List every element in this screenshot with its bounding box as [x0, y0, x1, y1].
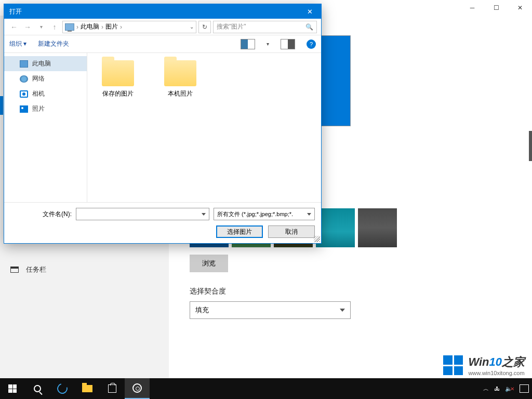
maximize-button[interactable]: ☐ [484, 0, 508, 16]
tree-label: 此电脑 [32, 59, 51, 68]
view-toggle[interactable] [241, 39, 255, 49]
notifications-icon[interactable] [520, 384, 529, 393]
folder-icon [164, 60, 196, 86]
network-icon [20, 75, 28, 83]
crumb-pictures[interactable]: 图片 [105, 22, 118, 31]
nav-accent [0, 96, 3, 115]
tree-label: 相机 [32, 89, 45, 98]
tray-chevron-icon[interactable]: ︿ [483, 385, 489, 393]
side-tab [529, 131, 532, 161]
gear-icon [132, 383, 142, 393]
refresh-button[interactable]: ↻ [198, 21, 211, 33]
tree-label: 照片 [32, 104, 45, 113]
toolbar-newfolder[interactable]: 新建文件夹 [38, 39, 69, 48]
cancel-button[interactable]: 取消 [268, 225, 315, 238]
tree-photos[interactable]: 照片 [4, 101, 87, 116]
network-icon[interactable]: 🖧 [494, 385, 500, 392]
taskbar-icon [10, 267, 19, 273]
fit-select[interactable]: 填充 [190, 301, 351, 319]
folder-label: 保存的图片 [102, 89, 134, 98]
pc-icon [65, 23, 74, 31]
volume-icon[interactable]: 🔈✕ [505, 385, 514, 392]
folder-label: 本机照片 [168, 89, 193, 98]
nav-item-label: 任务栏 [26, 265, 46, 274]
windows-logo-icon [443, 355, 463, 375]
file-list[interactable]: 保存的图片 本机照片 [87, 53, 321, 202]
view-dropdown-icon[interactable]: ▾ [267, 41, 269, 47]
search-button[interactable] [25, 378, 50, 399]
search-icon: 🔍 [305, 23, 313, 31]
forward-button[interactable]: → [22, 21, 33, 33]
recent-dropdown[interactable]: ▾ [35, 21, 47, 33]
search-input[interactable]: 搜索"图片" 🔍 [213, 21, 317, 33]
search-placeholder: 搜索"图片" [217, 22, 246, 31]
tree-this-pc[interactable]: 此电脑 [4, 56, 87, 71]
camera-icon [20, 90, 28, 98]
preview-pane-toggle[interactable] [281, 39, 295, 49]
close-button[interactable]: ✕ [508, 0, 532, 16]
browse-button[interactable]: 浏览 [190, 255, 228, 272]
address-bar[interactable]: › 此电脑 › 图片 › ⌄ [62, 21, 196, 33]
crumb-sep-icon: › [76, 23, 78, 31]
settings-button[interactable] [125, 378, 150, 399]
store-button[interactable] [100, 378, 125, 399]
folder-item[interactable]: 保存的图片 [95, 60, 141, 98]
watermark: Win10之家 www.win10xitong.com [443, 354, 525, 376]
filetype-select[interactable]: 所有文件 (*.jpg;*.jpeg;*.bmp;*. [214, 208, 315, 220]
address-bar-row: ← → ▾ ↑ › 此电脑 › 图片 › ⌄ ↻ 搜索"图片" 🔍 [4, 19, 321, 35]
crumb-sep-icon: › [120, 23, 122, 31]
store-icon [108, 384, 116, 393]
dialog-toolbar: 组织 ▾ 新建文件夹 ▾ ? [4, 35, 321, 53]
thumb-3[interactable] [316, 208, 355, 247]
folder-item[interactable]: 本机照片 [157, 60, 204, 98]
nav-tree: 此电脑 网络 相机 照片 [4, 53, 87, 202]
dialog-titlebar: 打开 ✕ [4, 4, 321, 19]
dialog-close-button[interactable]: ✕ [298, 4, 321, 19]
thumb-4[interactable] [358, 208, 397, 247]
filter-text: 所有文件 (*.jpg;*.jpeg;*.bmp;*. [217, 210, 293, 218]
folder-icon [82, 385, 92, 392]
fit-label: 选择契合度 [190, 287, 511, 296]
nav-item-taskbar[interactable]: 任务栏 [0, 260, 169, 280]
explorer-button[interactable] [75, 378, 100, 399]
photos-icon [20, 105, 28, 113]
open-button[interactable]: 选择图片 [216, 225, 263, 238]
tree-network[interactable]: 网络 [4, 71, 87, 86]
up-button[interactable]: ↑ [49, 21, 60, 33]
dialog-footer: 文件名(N): 所有文件 (*.jpg;*.jpeg;*.bmp;*. 选择图片… [4, 202, 321, 243]
fit-value: 填充 [195, 305, 209, 315]
resize-grip[interactable] [314, 236, 320, 242]
system-tray: ︿ 🖧 🔈✕ [483, 384, 532, 393]
tree-camera[interactable]: 相机 [4, 86, 87, 101]
start-button[interactable] [0, 378, 25, 399]
taskbar: ︿ 🖧 🔈✕ [0, 378, 532, 399]
search-icon [34, 385, 41, 392]
filename-label: 文件名(N): [10, 210, 72, 219]
watermark-url: www.win10xitong.com [468, 370, 525, 376]
pc-icon [20, 60, 28, 68]
dialog-title: 打开 [9, 7, 22, 16]
filename-input[interactable] [76, 208, 209, 220]
address-dropdown-icon[interactable]: ⌄ [190, 24, 194, 30]
back-button[interactable]: ← [8, 21, 20, 33]
help-button[interactable]: ? [307, 39, 316, 49]
edge-button[interactable] [50, 378, 75, 399]
toolbar-organize[interactable]: 组织 ▾ [9, 39, 26, 48]
crumb-pc[interactable]: 此电脑 [81, 22, 99, 31]
tree-label: 网络 [32, 74, 45, 83]
edge-icon [55, 381, 69, 395]
minimize-button[interactable]: ─ [460, 0, 484, 16]
crumb-sep-icon: › [101, 23, 103, 31]
open-dialog: 打开 ✕ ← → ▾ ↑ › 此电脑 › 图片 › ⌄ ↻ 搜索"图片" 🔍 组… [4, 4, 322, 244]
folder-icon [102, 60, 134, 86]
